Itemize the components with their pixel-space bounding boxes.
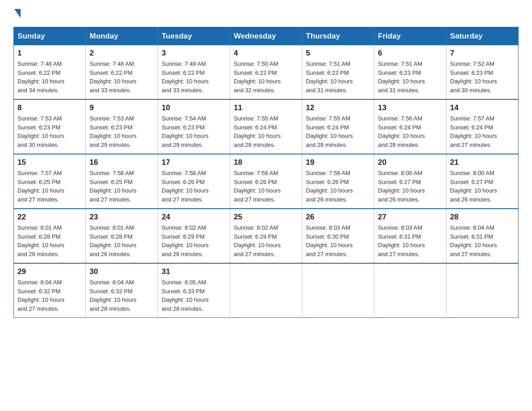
day-info: Sunrise: 7:48 AM Sunset: 6:22 PM Dayligh… <box>90 60 154 94</box>
day-info: Sunrise: 8:00 AM Sunset: 6:27 PM Dayligh… <box>378 169 442 204</box>
day-number: 21 <box>450 158 515 167</box>
day-info: Sunrise: 7:55 AM Sunset: 6:24 PM Dayligh… <box>234 114 298 149</box>
day-number: 5 <box>306 49 370 58</box>
day-info: Sunrise: 7:53 AM Sunset: 6:23 PM Dayligh… <box>90 114 154 149</box>
calendar-day-cell: 2Sunrise: 7:48 AM Sunset: 6:22 PM Daylig… <box>86 45 158 99</box>
day-info: Sunrise: 7:58 AM Sunset: 6:25 PM Dayligh… <box>90 169 154 204</box>
calendar-day-cell: 3Sunrise: 7:49 AM Sunset: 6:22 PM Daylig… <box>158 45 230 99</box>
calendar-day-cell: 25Sunrise: 8:02 AM Sunset: 6:29 PM Dayli… <box>230 209 302 263</box>
day-info: Sunrise: 8:01 AM Sunset: 6:28 PM Dayligh… <box>17 223 82 258</box>
day-number: 12 <box>306 103 370 112</box>
empty-calendar-cell <box>374 263 446 318</box>
calendar-day-cell: 26Sunrise: 8:03 AM Sunset: 6:30 PM Dayli… <box>302 209 374 263</box>
day-number: 14 <box>450 103 515 112</box>
day-number: 27 <box>378 213 442 222</box>
page-header <box>13 9 519 19</box>
calendar-week-row: 1Sunrise: 7:48 AM Sunset: 6:22 PM Daylig… <box>14 45 519 99</box>
day-info: Sunrise: 7:58 AM Sunset: 6:26 PM Dayligh… <box>162 169 226 204</box>
day-number: 23 <box>90 213 154 222</box>
calendar-day-cell: 12Sunrise: 7:55 AM Sunset: 6:24 PM Dayli… <box>302 99 374 154</box>
calendar-day-cell: 11Sunrise: 7:55 AM Sunset: 6:24 PM Dayli… <box>230 99 302 154</box>
day-number: 9 <box>90 103 154 112</box>
day-info: Sunrise: 8:04 AM Sunset: 6:32 PM Dayligh… <box>17 278 82 313</box>
calendar-day-cell: 9Sunrise: 7:53 AM Sunset: 6:23 PM Daylig… <box>86 99 158 154</box>
day-number: 3 <box>162 49 226 58</box>
logo <box>13 9 21 19</box>
day-number: 20 <box>378 158 442 167</box>
calendar-day-cell: 7Sunrise: 7:52 AM Sunset: 6:23 PM Daylig… <box>446 45 519 99</box>
calendar-week-row: 22Sunrise: 8:01 AM Sunset: 6:28 PM Dayli… <box>14 209 519 263</box>
day-number: 13 <box>378 103 442 112</box>
day-number: 6 <box>378 49 442 58</box>
empty-calendar-cell <box>446 263 519 318</box>
calendar-week-row: 8Sunrise: 7:53 AM Sunset: 6:23 PM Daylig… <box>14 99 519 154</box>
day-info: Sunrise: 8:05 AM Sunset: 6:33 PM Dayligh… <box>162 278 226 313</box>
calendar-day-cell: 18Sunrise: 7:59 AM Sunset: 6:26 PM Dayli… <box>230 154 302 209</box>
calendar-day-cell: 21Sunrise: 8:00 AM Sunset: 6:27 PM Dayli… <box>446 154 519 209</box>
day-info: Sunrise: 7:59 AM Sunset: 6:26 PM Dayligh… <box>306 169 370 204</box>
day-info: Sunrise: 7:55 AM Sunset: 6:24 PM Dayligh… <box>306 114 370 149</box>
calendar-day-cell: 4Sunrise: 7:50 AM Sunset: 6:22 PM Daylig… <box>230 45 302 99</box>
day-number: 8 <box>17 103 82 112</box>
day-number: 28 <box>450 213 515 222</box>
day-number: 31 <box>162 267 226 276</box>
day-info: Sunrise: 7:56 AM Sunset: 6:24 PM Dayligh… <box>378 114 442 149</box>
column-header-friday: Friday <box>374 27 446 46</box>
day-info: Sunrise: 7:50 AM Sunset: 6:22 PM Dayligh… <box>234 60 298 94</box>
calendar-day-cell: 5Sunrise: 7:51 AM Sunset: 6:22 PM Daylig… <box>302 45 374 99</box>
column-header-monday: Monday <box>86 27 158 46</box>
day-info: Sunrise: 7:53 AM Sunset: 6:23 PM Dayligh… <box>17 114 82 149</box>
day-number: 2 <box>90 49 154 58</box>
day-number: 19 <box>306 158 370 167</box>
day-number: 22 <box>17 213 82 222</box>
column-header-thursday: Thursday <box>302 27 374 46</box>
calendar-day-cell: 10Sunrise: 7:54 AM Sunset: 6:23 PM Dayli… <box>158 99 230 154</box>
day-info: Sunrise: 8:01 AM Sunset: 6:28 PM Dayligh… <box>90 223 154 258</box>
day-number: 4 <box>234 49 298 58</box>
day-number: 10 <box>162 103 226 112</box>
day-number: 30 <box>90 267 154 276</box>
calendar-day-cell: 28Sunrise: 8:04 AM Sunset: 6:31 PM Dayli… <box>446 209 519 263</box>
day-info: Sunrise: 7:57 AM Sunset: 6:25 PM Dayligh… <box>17 169 82 204</box>
day-info: Sunrise: 8:00 AM Sunset: 6:27 PM Dayligh… <box>450 169 515 204</box>
empty-calendar-cell <box>302 263 374 318</box>
calendar-day-cell: 22Sunrise: 8:01 AM Sunset: 6:28 PM Dayli… <box>14 209 86 263</box>
calendar-week-row: 29Sunrise: 8:04 AM Sunset: 6:32 PM Dayli… <box>14 263 519 318</box>
column-header-wednesday: Wednesday <box>230 27 302 46</box>
calendar-table: SundayMondayTuesdayWednesdayThursdayFrid… <box>13 27 519 318</box>
day-number: 17 <box>162 158 226 167</box>
day-info: Sunrise: 7:54 AM Sunset: 6:23 PM Dayligh… <box>162 114 226 149</box>
day-number: 29 <box>17 267 82 276</box>
column-header-tuesday: Tuesday <box>158 27 230 46</box>
day-info: Sunrise: 8:04 AM Sunset: 6:32 PM Dayligh… <box>90 278 154 313</box>
day-number: 11 <box>234 103 298 112</box>
calendar-header-row: SundayMondayTuesdayWednesdayThursdayFrid… <box>14 27 519 46</box>
day-number: 25 <box>234 213 298 222</box>
day-number: 24 <box>162 213 226 222</box>
day-info: Sunrise: 8:03 AM Sunset: 6:31 PM Dayligh… <box>378 223 442 258</box>
day-info: Sunrise: 8:02 AM Sunset: 6:29 PM Dayligh… <box>162 223 226 258</box>
calendar-day-cell: 6Sunrise: 7:51 AM Sunset: 6:23 PM Daylig… <box>374 45 446 99</box>
logo-arrow-icon <box>14 9 21 18</box>
calendar-day-cell: 30Sunrise: 8:04 AM Sunset: 6:32 PM Dayli… <box>86 263 158 318</box>
day-number: 15 <box>17 158 82 167</box>
day-info: Sunrise: 7:52 AM Sunset: 6:23 PM Dayligh… <box>450 60 515 94</box>
day-info: Sunrise: 7:57 AM Sunset: 6:24 PM Dayligh… <box>450 114 515 149</box>
calendar-day-cell: 16Sunrise: 7:58 AM Sunset: 6:25 PM Dayli… <box>86 154 158 209</box>
calendar-day-cell: 23Sunrise: 8:01 AM Sunset: 6:28 PM Dayli… <box>86 209 158 263</box>
calendar-day-cell: 24Sunrise: 8:02 AM Sunset: 6:29 PM Dayli… <box>158 209 230 263</box>
day-info: Sunrise: 7:49 AM Sunset: 6:22 PM Dayligh… <box>162 60 226 94</box>
day-info: Sunrise: 8:02 AM Sunset: 6:29 PM Dayligh… <box>234 223 298 258</box>
calendar-day-cell: 17Sunrise: 7:58 AM Sunset: 6:26 PM Dayli… <box>158 154 230 209</box>
day-number: 18 <box>234 158 298 167</box>
calendar-day-cell: 29Sunrise: 8:04 AM Sunset: 6:32 PM Dayli… <box>14 263 86 318</box>
calendar-day-cell: 14Sunrise: 7:57 AM Sunset: 6:24 PM Dayli… <box>446 99 519 154</box>
calendar-day-cell: 31Sunrise: 8:05 AM Sunset: 6:33 PM Dayli… <box>158 263 230 318</box>
calendar-day-cell: 19Sunrise: 7:59 AM Sunset: 6:26 PM Dayli… <box>302 154 374 209</box>
day-info: Sunrise: 7:51 AM Sunset: 6:23 PM Dayligh… <box>378 60 442 94</box>
calendar-week-row: 15Sunrise: 7:57 AM Sunset: 6:25 PM Dayli… <box>14 154 519 209</box>
day-info: Sunrise: 7:51 AM Sunset: 6:22 PM Dayligh… <box>306 60 370 94</box>
column-header-sunday: Sunday <box>14 27 86 46</box>
column-header-saturday: Saturday <box>446 27 519 46</box>
day-number: 26 <box>306 213 370 222</box>
